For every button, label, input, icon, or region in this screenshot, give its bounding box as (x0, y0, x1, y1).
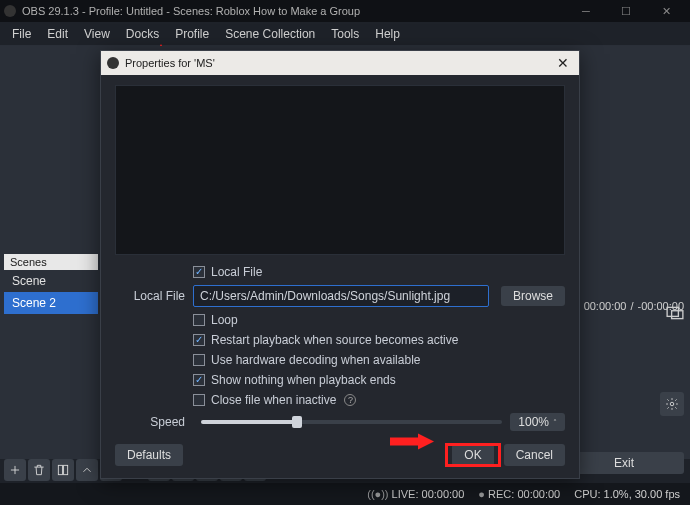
speed-value-spinbox[interactable]: 100% ˄ (510, 413, 565, 431)
plus-icon (8, 463, 22, 477)
local-file-checkbox-label: Local File (211, 265, 262, 279)
loop-label: Loop (211, 313, 238, 327)
defaults-button[interactable]: Defaults (115, 444, 183, 466)
scene-item[interactable]: Scene 2 (4, 292, 98, 314)
speed-label: Speed (115, 415, 193, 429)
source-preview (115, 85, 565, 255)
menu-profile[interactable]: Profile (167, 24, 217, 44)
window-titlebar: OBS 29.1.3 - Profile: Untitled - Scenes:… (0, 0, 690, 22)
svg-rect-4 (64, 465, 68, 474)
show-nothing-label: Show nothing when playback ends (211, 373, 396, 387)
svg-point-0 (670, 402, 674, 406)
show-nothing-checkbox[interactable] (193, 374, 205, 386)
menu-file[interactable]: File (4, 24, 39, 44)
popout-icon[interactable] (666, 305, 684, 321)
properties-dialog: Properties for 'MS' ✕ Local File Local F… (100, 50, 580, 479)
hardware-decoding-checkbox[interactable] (193, 354, 205, 366)
chevron-up-icon (80, 463, 94, 477)
menu-tools[interactable]: Tools (323, 24, 367, 44)
menubar: File Edit View Docks Profile Scene Colle… (0, 22, 690, 46)
svg-rect-2 (672, 311, 683, 319)
menu-view[interactable]: View (76, 24, 118, 44)
speed-value: 100% (518, 415, 549, 429)
status-bar: ((●)) LIVE: 00:00:00 ● REC: 00:00:00 CPU… (0, 483, 690, 505)
svg-rect-3 (58, 465, 62, 474)
restart-playback-label: Restart playback when source becomes act… (211, 333, 458, 347)
cancel-button[interactable]: Cancel (504, 444, 565, 466)
status-live: ((●)) LIVE: 00:00:00 (367, 488, 464, 500)
window-title: OBS 29.1.3 - Profile: Untitled - Scenes:… (22, 5, 360, 17)
add-scene-button[interactable] (4, 459, 26, 481)
scene-item[interactable]: Scene (4, 270, 98, 292)
trash-icon (32, 463, 46, 477)
window-maximize-button[interactable]: ☐ (606, 0, 646, 22)
svg-rect-1 (667, 307, 678, 316)
time-current: 00:00:00 (584, 300, 627, 312)
window-close-button[interactable]: ✕ (646, 0, 686, 22)
local-file-label: Local File (115, 289, 193, 303)
local-file-checkbox[interactable] (193, 266, 205, 278)
loop-checkbox[interactable] (193, 314, 205, 326)
menu-docks[interactable]: Docks (118, 24, 167, 44)
help-icon[interactable]: ? (344, 394, 356, 406)
time-sep: / (630, 300, 633, 312)
hardware-decoding-label: Use hardware decoding when available (211, 353, 420, 367)
menu-scene-collection[interactable]: Scene Collection (217, 24, 323, 44)
dialog-title-text: Properties for 'MS' (125, 57, 215, 69)
menu-help[interactable]: Help (367, 24, 408, 44)
scenes-header: Scenes (4, 254, 98, 270)
status-rec: ● REC: 00:00:00 (478, 488, 560, 500)
dialog-close-button[interactable]: ✕ (553, 55, 573, 71)
close-inactive-checkbox[interactable] (193, 394, 205, 406)
close-inactive-label: Close file when inactive (211, 393, 336, 407)
scenes-list: Scene Scene 2 (4, 270, 98, 314)
obs-logo-icon (107, 57, 119, 69)
speed-slider[interactable] (201, 420, 502, 424)
chevron-up-down-icon: ˄ (553, 418, 557, 427)
restart-playback-checkbox[interactable] (193, 334, 205, 346)
gear-icon (665, 397, 679, 411)
filter-icon (56, 463, 70, 477)
scene-filters-button[interactable] (52, 459, 74, 481)
annotation-arrow-icon (388, 432, 434, 455)
delete-scene-button[interactable] (28, 459, 50, 481)
ok-button[interactable]: OK (452, 444, 493, 466)
status-cpu: CPU: 1.0%, 30.00 fps (574, 488, 680, 500)
scene-up-button[interactable] (76, 459, 98, 481)
scenes-panel: Scenes Scene Scene 2 (4, 254, 98, 314)
slider-thumb-icon[interactable] (292, 416, 302, 428)
settings-gear-button[interactable] (660, 392, 684, 416)
dialog-titlebar[interactable]: Properties for 'MS' ✕ (101, 51, 579, 75)
window-minimize-button[interactable]: ─ (566, 0, 606, 22)
browse-button[interactable]: Browse (501, 286, 565, 306)
obs-logo-icon (4, 5, 16, 17)
local-file-path-input[interactable] (193, 285, 489, 307)
menu-edit[interactable]: Edit (39, 24, 76, 44)
